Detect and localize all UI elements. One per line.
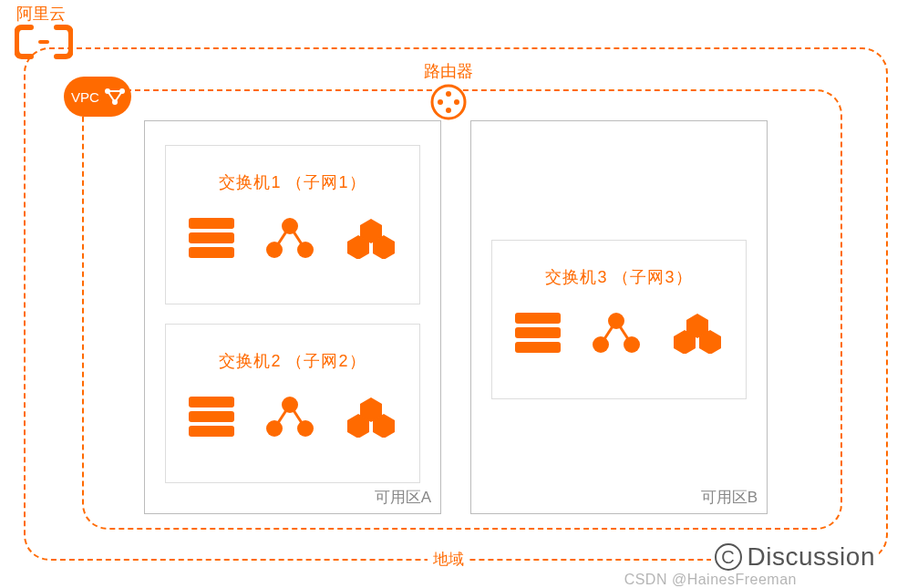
vpc-badge: VPC xyxy=(64,77,131,117)
subnet-1-title: 交换机1 （子网1） xyxy=(219,171,366,193)
svg-rect-37 xyxy=(519,316,523,320)
subnet-1-icons xyxy=(189,217,397,259)
availability-zone-a: 交换机1 （子网1） 交换机2 （子网2） xyxy=(144,120,441,514)
zone-a-label: 可用区A xyxy=(375,487,431,508)
svg-point-43 xyxy=(593,336,609,353)
svg-line-5 xyxy=(108,91,115,102)
router-label: 路由器 xyxy=(418,60,479,82)
svg-line-6 xyxy=(115,91,122,102)
vpc-cloud-icon xyxy=(102,86,128,108)
vpc-badge-text: VPC xyxy=(71,89,99,105)
svg-point-21 xyxy=(266,242,283,258)
svg-rect-38 xyxy=(519,331,523,335)
svg-rect-28 xyxy=(192,429,197,433)
cluster-icon xyxy=(265,396,314,438)
subnet-3-title: 交换机3 （子网3） xyxy=(545,266,692,288)
watermark-discussion: C Discussion xyxy=(711,542,879,572)
server-icon xyxy=(515,313,561,353)
server-icon xyxy=(189,397,234,437)
subnet-1: 交换机1 （子网1） xyxy=(165,145,420,304)
svg-rect-17 xyxy=(192,251,197,254)
svg-rect-26 xyxy=(192,400,197,404)
svg-point-10 xyxy=(438,99,443,105)
svg-point-32 xyxy=(266,420,283,437)
svg-point-9 xyxy=(446,108,451,113)
cluster-icon xyxy=(265,217,314,259)
svg-point-31 xyxy=(282,397,298,413)
svg-point-22 xyxy=(297,242,314,258)
hex-cluster-icon xyxy=(345,396,397,438)
subnet-2: 交换机2 （子网2） xyxy=(165,324,420,483)
subnet-2-title: 交换机2 （子网2） xyxy=(219,350,366,372)
svg-point-11 xyxy=(454,99,459,105)
cluster-icon xyxy=(592,312,641,354)
server-icon xyxy=(189,218,234,258)
subnet-3: 交换机3 （子网3） xyxy=(491,240,747,399)
zone-b-label: 可用区B xyxy=(701,487,758,508)
svg-rect-15 xyxy=(192,222,197,225)
svg-point-7 xyxy=(432,86,465,119)
hex-cluster-icon xyxy=(672,312,723,354)
subnet-3-icons xyxy=(515,312,723,354)
hex-cluster-icon xyxy=(345,217,397,259)
subnet-2-icons xyxy=(189,396,397,438)
watermark-discussion-text: Discussion xyxy=(748,542,875,572)
svg-rect-27 xyxy=(192,415,197,418)
router-icon xyxy=(430,84,467,124)
svg-point-44 xyxy=(624,336,640,353)
region-label: 地域 xyxy=(428,549,469,570)
svg-point-42 xyxy=(608,313,624,329)
watermark-c-icon: C xyxy=(715,543,742,571)
svg-rect-39 xyxy=(519,346,523,349)
svg-point-8 xyxy=(446,91,451,97)
availability-zone-b: 交换机3 （子网3） 可用区B xyxy=(470,120,768,514)
svg-rect-16 xyxy=(192,236,197,240)
cloud-provider-label: 阿里云 xyxy=(16,3,66,25)
svg-point-20 xyxy=(282,218,298,234)
watermark-csdn: CSDN @HainesFreeman xyxy=(624,572,797,588)
svg-rect-0 xyxy=(38,40,49,44)
svg-point-33 xyxy=(297,420,314,437)
